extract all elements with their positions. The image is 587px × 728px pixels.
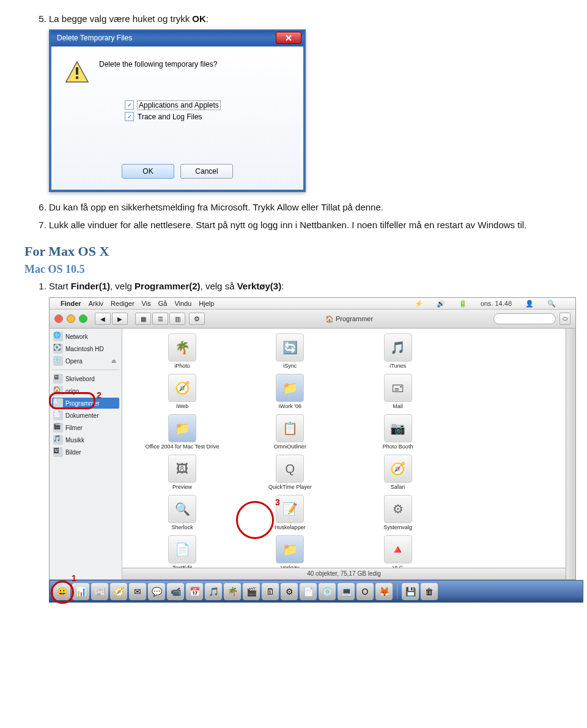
menubar-clock[interactable]: ons. 14.48 xyxy=(481,300,512,307)
sidebar-item-label: origo xyxy=(65,388,79,395)
app-preview[interactable]: 🖼Preview xyxy=(130,455,235,490)
menu-vis[interactable]: Vis xyxy=(142,300,151,307)
app-systemvalg[interactable]: ⚙Systemvalg xyxy=(345,495,451,530)
app-isync[interactable]: 🔄iSync xyxy=(237,333,342,369)
app-label: Mail xyxy=(393,403,403,409)
dock-item-3[interactable]: 🧭 xyxy=(110,583,127,600)
app-textedit[interactable]: 📄TextEdit xyxy=(130,535,235,568)
app-icon: 🧭 xyxy=(384,455,412,483)
app-omnioutliner[interactable]: 📋OmniOutliner xyxy=(237,414,342,450)
app-mail[interactable]: 🖃Mail xyxy=(345,374,451,409)
dock-item-5[interactable]: 💬 xyxy=(148,583,165,600)
menu-ga[interactable]: Gå xyxy=(158,300,168,307)
app-iweb[interactable]: 🧭iWeb xyxy=(130,374,235,409)
dock-item-8[interactable]: 🎵 xyxy=(205,583,222,600)
app-photo-booth[interactable]: 📷Photo Booth xyxy=(345,414,451,450)
app-itunes[interactable]: 🎵iTunes xyxy=(345,333,451,369)
sidebar-item-programmer[interactable]: AProgrammer xyxy=(52,398,119,409)
sidebar-item-label: Filmer xyxy=(65,425,83,431)
dock-item-4[interactable]: ✉ xyxy=(129,583,146,600)
app-quicktime-player[interactable]: QQuickTime Player xyxy=(237,455,342,490)
menu-hjelp[interactable]: Hjelp xyxy=(199,300,214,307)
dock-item-6[interactable]: 📹 xyxy=(167,583,184,600)
dock-item-2[interactable]: 📰 xyxy=(91,583,108,600)
sidebar-item-icon: 🏠 xyxy=(53,386,63,396)
app-iphoto[interactable]: 🌴iPhoto xyxy=(130,333,235,369)
dock-item-13[interactable]: 📄 xyxy=(300,583,317,600)
close-button[interactable] xyxy=(276,32,301,44)
dock-item-1[interactable]: 📊 xyxy=(72,583,89,600)
user-icon[interactable]: 👤 xyxy=(525,300,534,308)
view-list-button[interactable]: ☰ xyxy=(152,313,168,325)
window-zoom-button[interactable] xyxy=(79,314,87,323)
folder-icon: 📁 xyxy=(276,535,304,563)
dock-item-9[interactable]: 🌴 xyxy=(224,583,241,600)
app-iwork-06[interactable]: 📁iWork '06 xyxy=(237,374,342,409)
dialog-titlebar: Delete Temporary Files xyxy=(51,29,304,46)
battery-icon[interactable]: 🔋 xyxy=(459,300,467,308)
sidebar-item-network[interactable]: 🌐Network xyxy=(52,331,119,342)
vertical-scrollbar[interactable] xyxy=(566,329,575,579)
dock-item-11[interactable]: 🗓 xyxy=(262,583,279,600)
dock-item-7[interactable]: 📅 xyxy=(186,583,203,600)
ok-button[interactable]: OK xyxy=(122,164,174,179)
sidebar-item-label: Programmer xyxy=(65,400,100,407)
finder-toolbar: ◀ ▶ ▦ ☰ ▥ ⚙ 🏠 Programmer ⬭ xyxy=(50,310,575,329)
checkbox-applications-applets[interactable]: ✓ Applications and Applets xyxy=(125,100,290,110)
menu-vindu[interactable]: Vindu xyxy=(174,300,191,307)
sidebar-item-origo[interactable]: 🏠origo xyxy=(52,385,119,396)
dock-item-17[interactable]: 🦊 xyxy=(375,583,393,600)
view-icons-button[interactable]: ▦ xyxy=(135,313,151,325)
forward-button[interactable]: ▶ xyxy=(112,313,128,325)
step-6: Du kan få opp en sikkerhetsmelding fra M… xyxy=(49,201,563,214)
back-button[interactable]: ◀ xyxy=(95,313,111,325)
app-huskelapper[interactable]: 📝Huskelapper xyxy=(237,495,342,530)
dock-item-15[interactable]: 💻 xyxy=(338,583,355,600)
toolbar-pill-button[interactable]: ⬭ xyxy=(559,313,570,325)
eject-icon[interactable]: ⏏ xyxy=(111,358,117,364)
sidebar-item-skrivebord[interactable]: 🖥Skrivebord xyxy=(52,373,119,384)
close-icon xyxy=(285,35,292,41)
app-safari[interactable]: 🧭Safari xyxy=(345,455,451,490)
app-icon: 📄 xyxy=(168,535,196,563)
app-label: iPhoto xyxy=(174,363,190,369)
dock-item-12[interactable]: ⚙ xyxy=(281,583,298,600)
volume-icon[interactable]: 🔊 xyxy=(437,300,445,308)
app-office-2004-for-mac-test-drive[interactable]: 📁Office 2004 for Mac Test Drive xyxy=(130,414,235,450)
wifi-icon[interactable]: ⚡ xyxy=(415,300,423,308)
app-icon: 📝 xyxy=(276,495,304,523)
view-columns-button[interactable]: ▥ xyxy=(169,313,185,325)
mac-step-1: Start Finder(1), velg Programmer(2), vel… xyxy=(49,280,563,292)
dock-item-19[interactable]: 🗑 xyxy=(421,583,438,600)
dock-item-10[interactable]: 🎬 xyxy=(243,583,260,600)
sidebar-item-musikk[interactable]: 🎵Musikk xyxy=(52,434,119,445)
menubar-app-name[interactable]: Finder xyxy=(61,300,81,307)
cancel-button[interactable]: Cancel xyxy=(180,164,233,179)
app-icon: 🧭 xyxy=(168,374,196,402)
sidebar-item-opera[interactable]: 💿Opera⏏ xyxy=(52,355,119,366)
app-label: TextEdit xyxy=(172,565,192,568)
sidebar-item-macintosh-hd[interactable]: 💽Macintosh HD xyxy=(52,343,119,354)
window-minimize-button[interactable] xyxy=(67,314,75,323)
app-label: Safari xyxy=(391,484,405,490)
dock-item-0[interactable]: 😀 xyxy=(53,583,70,600)
sidebar-item-filmer[interactable]: 🎬Filmer xyxy=(52,422,119,433)
warning-icon xyxy=(65,60,89,84)
spotlight-icon[interactable]: 🔍 xyxy=(547,300,556,308)
dock-item-14[interactable]: 💿 xyxy=(319,583,336,600)
dock-item-16[interactable]: O xyxy=(356,583,374,600)
app-vlc[interactable]: 🔺VLC xyxy=(345,535,451,568)
toolbar-search-field[interactable] xyxy=(493,313,556,324)
menu-arkiv[interactable]: Arkiv xyxy=(89,300,103,307)
menu-rediger[interactable]: Rediger xyxy=(111,300,135,307)
step5-text-bold: OK xyxy=(192,13,206,24)
dock-item-18[interactable]: 💾 xyxy=(402,583,419,600)
checkbox-trace-log-files[interactable]: ✓ Trace and Log Files xyxy=(125,112,290,121)
app-label: OmniOutliner xyxy=(274,444,306,450)
app-verkt-y[interactable]: 📁Verktøy xyxy=(237,535,342,568)
app-sherlock[interactable]: 🔍Sherlock xyxy=(130,495,235,530)
window-close-button[interactable] xyxy=(54,314,63,323)
sidebar-item-bilder[interactable]: 🖼Bilder xyxy=(52,447,119,458)
sidebar-item-dokumenter[interactable]: 📄Dokumenter xyxy=(52,410,119,421)
action-menu-button[interactable]: ⚙ xyxy=(189,313,205,325)
